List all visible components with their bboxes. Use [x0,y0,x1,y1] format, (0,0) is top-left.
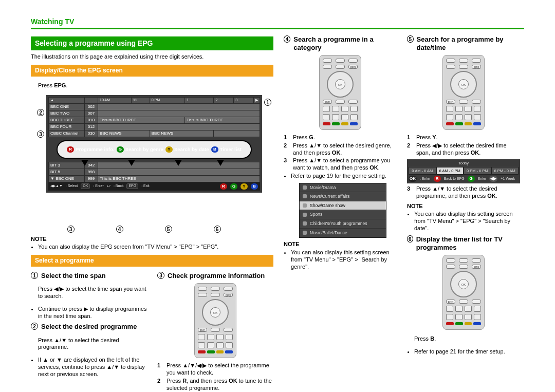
step3-title: Check programme information [168,272,265,280]
step2-body: Press ▲/▼ to select the desired programm… [31,337,147,351]
col-mid: 4Search a programme in a category EPG OK… [284,32,397,393]
step5-title: Search for a programme by date/time [417,35,520,52]
note-head-5: NOTE [407,203,520,210]
bar-select-prog: Select a programme [31,255,273,267]
intro-text: The illustrations on this page are expla… [31,53,273,61]
genre-menu: Movie/Drama News/Current affairs Show/Ga… [299,183,386,238]
step2-title: Select the desired programme [41,323,137,331]
bar-selecting-epg: Selecting a programme using EPG [31,36,273,51]
step6-title: Display the timer list for TV programmes [416,235,520,252]
col-left: Selecting a programme using EPG The illu… [31,32,273,393]
bar-display-close: Display/Close the EPG screen [31,65,273,77]
note-head-1: NOTE [31,236,273,243]
step1-title: Select the time span [41,272,106,280]
remote-step3: EPG OK END [194,283,236,358]
col-right: 5Search for a programme by date/time EPG… [407,32,520,393]
epg-up-arrow: ▲ [49,97,85,103]
color-key-bubble: RProgramme info. GSearch by genre YSearc… [57,140,252,159]
step4-title: Search a programme in a category [293,35,397,52]
note-1: You can also display the EPG screen from… [31,244,273,251]
epg-bottom-bar: ◀▶▲▼: Select OK: Enter ⮐: Back EPG: Exit… [48,182,260,191]
manual-page: Watching TV Selecting a programme using … [0,0,555,392]
step1-body: Press ◀/▶ to select the time span you wa… [31,286,147,300]
note-head-4: NOTE [284,241,397,248]
press-epg: Press EPG. [31,82,273,89]
green-rule [31,28,524,29]
date-strip: Today 0 AM - 6 AM 6 AM - 0 PM 0 PM - 6 P… [407,159,520,183]
callout-2: 2 [37,109,44,116]
section-title: Watching TV [31,17,524,27]
remote-step6: EPG OK END [442,255,485,330]
epg-grid: ▲ 10 AM 11 0 PM 1 2 3 ▶ BBC ONE002 [46,95,262,193]
epg-screenshot: 2 ▲ 10 AM 11 0 PM 1 2 [35,95,273,233]
remote-step5: EPG OK END [442,55,485,130]
callout-1: 1 [264,99,271,106]
remote-step4: EPG OK END [319,55,361,130]
